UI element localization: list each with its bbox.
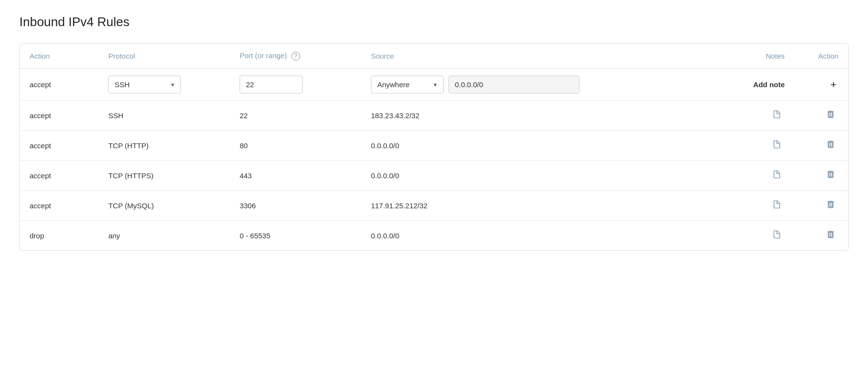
add-row-port-cell <box>230 69 361 101</box>
row-protocol: TCP (MySQL) <box>98 191 230 221</box>
col-header-action: Action <box>20 44 98 69</box>
row-delete <box>794 221 848 251</box>
add-row-action: accept <box>20 69 98 101</box>
row-source: 0.0.0.0/0 <box>361 161 690 191</box>
col-header-protocol: Protocol <box>98 44 230 69</box>
col-header-port: Port (or range) ? <box>230 44 361 69</box>
row-protocol: any <box>98 221 230 251</box>
note-icon <box>772 170 782 179</box>
source-select[interactable]: Anywhere Custom My IP <box>371 76 444 93</box>
port-input[interactable] <box>240 76 303 93</box>
note-icon <box>772 140 782 149</box>
protocol-select[interactable]: SSH TCP UDP ICMP GRE AH Custom <box>108 76 181 93</box>
row-port: 80 <box>230 131 361 161</box>
add-rule-row: accept SSH TCP UDP ICMP GRE AH Custom <box>20 69 848 101</box>
protocol-select-wrapper: SSH TCP UDP ICMP GRE AH Custom <box>108 76 181 93</box>
row-protocol: TCP (HTTP) <box>98 131 230 161</box>
add-row-notes-cell: Add note <box>690 69 795 101</box>
col-header-notes: Notes <box>690 44 795 69</box>
row-notes <box>690 161 795 191</box>
page-title: Inbound IPv4 Rules <box>19 15 849 30</box>
firewall-rules-table: Action Protocol Port (or range) ? Source… <box>19 43 849 251</box>
table-row: accept TCP (HTTP) 80 0.0.0.0/0 <box>20 131 848 161</box>
row-delete <box>794 131 848 161</box>
col-header-source: Source <box>361 44 690 69</box>
note-icon <box>772 109 782 119</box>
row-source: 183.23.43.2/32 <box>361 101 690 131</box>
row-action: accept <box>20 131 98 161</box>
row-action: accept <box>20 191 98 221</box>
add-note-button[interactable]: Add note <box>753 80 785 89</box>
row-port: 0 - 65535 <box>230 221 361 251</box>
trash-icon <box>826 170 836 179</box>
col-header-action-right: Action <box>794 44 848 69</box>
trash-icon <box>826 200 836 209</box>
row-notes <box>690 101 795 131</box>
row-delete <box>794 161 848 191</box>
note-icon-button[interactable] <box>769 140 785 152</box>
note-icon-button[interactable] <box>769 200 785 212</box>
delete-rule-button[interactable] <box>823 200 838 212</box>
add-row-source-cell: Anywhere Custom My IP <box>361 69 690 100</box>
trash-icon <box>826 140 836 149</box>
port-help-icon[interactable]: ? <box>291 52 300 61</box>
row-action: accept <box>20 161 98 191</box>
row-notes <box>690 221 795 251</box>
trash-icon <box>826 109 836 119</box>
add-rule-button[interactable]: + <box>828 79 838 90</box>
row-action: accept <box>20 101 98 131</box>
row-port: 443 <box>230 161 361 191</box>
source-select-wrapper: Anywhere Custom My IP <box>371 76 444 93</box>
source-ip-input[interactable] <box>449 76 579 93</box>
note-icon <box>772 230 782 239</box>
table-row: accept SSH 22 183.23.43.2/32 <box>20 101 848 131</box>
row-protocol: TCP (HTTPS) <box>98 161 230 191</box>
row-protocol: SSH <box>98 101 230 131</box>
trash-icon <box>826 230 836 239</box>
add-row-protocol-cell: SSH TCP UDP ICMP GRE AH Custom <box>98 69 230 101</box>
add-row-plus-cell: + <box>794 69 848 101</box>
delete-rule-button[interactable] <box>823 140 838 152</box>
row-action: drop <box>20 221 98 251</box>
table-row: drop any 0 - 65535 0.0.0.0/0 <box>20 221 848 251</box>
row-port: 3306 <box>230 191 361 221</box>
delete-rule-button[interactable] <box>823 109 838 122</box>
note-icon-button[interactable] <box>769 170 785 182</box>
table-row: accept TCP (MySQL) 3306 117.91.25.212/32 <box>20 191 848 221</box>
row-source: 117.91.25.212/32 <box>361 191 690 221</box>
row-notes <box>690 131 795 161</box>
row-port: 22 <box>230 101 361 131</box>
row-notes <box>690 191 795 221</box>
note-icon-button[interactable] <box>769 109 785 122</box>
row-delete <box>794 191 848 221</box>
note-icon-button[interactable] <box>769 230 785 242</box>
row-delete <box>794 101 848 131</box>
delete-rule-button[interactable] <box>823 170 838 182</box>
row-source: 0.0.0.0/0 <box>361 131 690 161</box>
table-row: accept TCP (HTTPS) 443 0.0.0.0/0 <box>20 161 848 191</box>
row-source: 0.0.0.0/0 <box>361 221 690 251</box>
delete-rule-button[interactable] <box>823 230 838 242</box>
note-icon <box>772 200 782 209</box>
